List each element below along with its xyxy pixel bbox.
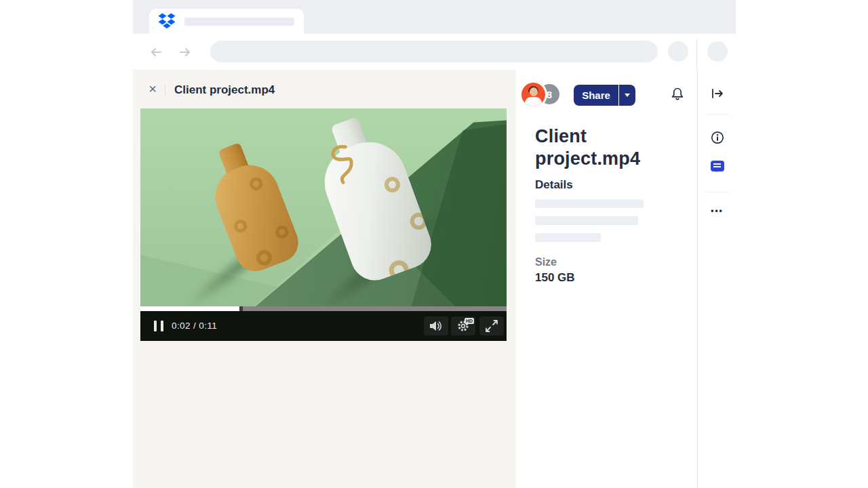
browser-toolbar: [133, 34, 736, 70]
preview-pane: × Client project.mp4: [133, 70, 516, 488]
time-display: 0:02 / 0:11: [172, 321, 217, 331]
info-icon: [710, 130, 725, 145]
volume-button[interactable]: [424, 317, 448, 336]
collapse-panel-button[interactable]: [698, 85, 736, 102]
comment-icon: [711, 161, 724, 171]
share-dropdown-button[interactable]: [619, 85, 635, 106]
orange-bottle: [198, 135, 304, 277]
details-panel-header: 8 Share: [516, 70, 697, 121]
rail-divider: [706, 192, 728, 192]
close-button[interactable]: ×: [145, 81, 160, 97]
tab-title-placeholder: [184, 18, 294, 26]
size-label: Size: [535, 256, 557, 268]
screenshot-root: × Client project.mp4: [0, 0, 868, 488]
comments-button[interactable]: [698, 158, 736, 174]
volume-icon: [429, 319, 443, 333]
metadata-placeholder-bar: [535, 233, 601, 242]
toolbar-divider: [696, 39, 697, 70]
details-panel: 8 Share Client project.mp4 Details: [516, 70, 697, 488]
metadata-placeholder-bar: [535, 199, 644, 208]
hd-badge: HD: [465, 318, 474, 324]
quality-button[interactable]: HD: [451, 317, 475, 336]
share-button[interactable]: Share: [574, 85, 618, 106]
more-options-button[interactable]: •••: [698, 203, 736, 219]
header-divider: [165, 84, 165, 96]
browser-window: × Client project.mp4: [133, 0, 736, 488]
dropbox-logo-icon: [158, 13, 176, 29]
forward-button[interactable]: [176, 43, 194, 61]
details-heading: Details: [535, 178, 573, 192]
video-progress-bar[interactable]: [140, 306, 507, 311]
share-button-group: Share: [574, 85, 635, 106]
collapse-panel-icon: [709, 85, 726, 102]
profile-button[interactable]: [707, 41, 728, 62]
preview-header: × Client project.mp4: [133, 70, 516, 108]
back-button[interactable]: [147, 43, 165, 61]
browser-action-button[interactable]: [668, 41, 688, 62]
video-progress-fill: [140, 306, 239, 311]
video-player: 0:02 / 0:11 HD: [140, 108, 507, 341]
chevron-down-icon: [625, 94, 630, 97]
metadata-placeholder-bar: [535, 216, 638, 225]
file-title-heading: Client project.mp4: [535, 125, 681, 170]
info-button[interactable]: [698, 129, 736, 146]
pause-button[interactable]: [154, 321, 163, 331]
app-content: × Client project.mp4: [133, 70, 736, 488]
fullscreen-button[interactable]: [479, 317, 504, 336]
rail-divider: [706, 114, 728, 115]
browser-tab[interactable]: [149, 9, 304, 34]
browser-tab-strip: [133, 0, 736, 34]
right-toolbar: •••: [697, 70, 736, 488]
file-title: Client project.mp4: [174, 83, 275, 97]
size-value: 150 GB: [535, 271, 575, 285]
video-controls: 0:02 / 0:11 HD: [140, 311, 507, 341]
video-progress-handle[interactable]: [239, 306, 243, 311]
video-frame[interactable]: [140, 108, 507, 306]
fullscreen-icon: [485, 319, 498, 333]
notifications-bell-button[interactable]: [669, 85, 686, 103]
url-bar[interactable]: [210, 41, 658, 62]
avatar[interactable]: [521, 83, 545, 106]
